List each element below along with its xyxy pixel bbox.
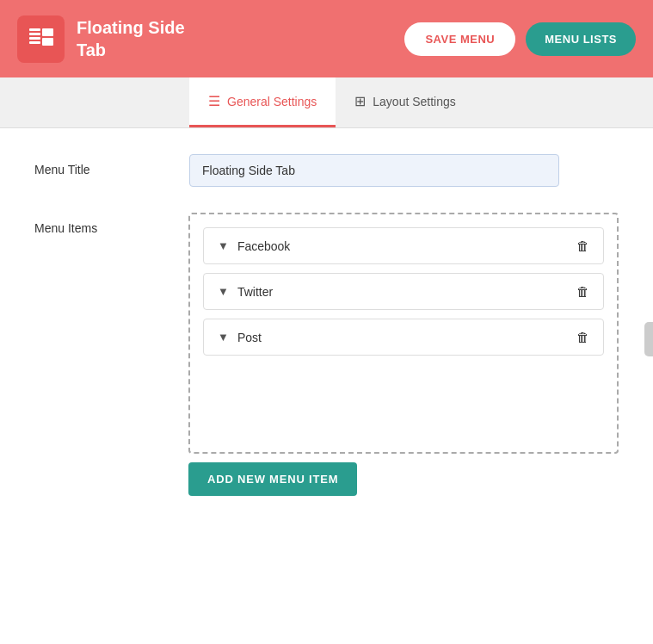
menu-title-input[interactable]	[189, 154, 559, 187]
app-logo	[17, 15, 65, 63]
svg-rect-5	[42, 38, 53, 46]
menu-items-box: ▼ Facebook 🗑 ▼ Twitter 🗑 ▼ Post	[188, 213, 619, 454]
svg-rect-4	[42, 28, 53, 36]
menu-title-row: Menu Title	[34, 154, 619, 187]
menu-lists-button[interactable]: MENU LISTS	[526, 22, 636, 56]
delete-twitter-icon[interactable]: 🗑	[576, 284, 589, 299]
menu-item-row[interactable]: ▼ Facebook 🗑	[203, 227, 604, 264]
svg-rect-1	[29, 33, 40, 35]
menu-item-left-twitter: ▼ Twitter	[218, 285, 273, 299]
general-settings-icon: ☰	[208, 93, 220, 109]
add-new-menu-item-button[interactable]: ADD NEW MENU ITEM	[188, 462, 357, 496]
header: Floating Side Tab SAVE MENU MENU LISTS	[0, 0, 653, 77]
svg-rect-0	[29, 28, 40, 31]
bottom-save-area: SAVE MENU	[0, 628, 653, 644]
menu-item-row[interactable]: ▼ Twitter 🗑	[203, 273, 604, 310]
svg-rect-2	[29, 37, 40, 40]
menu-items-label: Menu Items	[34, 213, 188, 235]
header-left: Floating Side Tab	[17, 15, 185, 63]
menu-item-left-facebook: ▼ Facebook	[218, 239, 290, 253]
header-buttons: SAVE MENU MENU LISTS	[404, 22, 636, 56]
delete-post-icon[interactable]: 🗑	[576, 330, 589, 344]
chevron-down-icon: ▼	[218, 285, 229, 298]
svg-rect-3	[29, 41, 40, 44]
menu-items-control: ▼ Facebook 🗑 ▼ Twitter 🗑 ▼ Post	[188, 213, 619, 496]
menu-title-control	[189, 154, 619, 187]
menu-item-name-post: Post	[237, 331, 262, 344]
menu-items-row: Menu Items ▼ Facebook 🗑 ▼ Twitter 🗑	[34, 213, 619, 496]
menu-item-left-post: ▼ Post	[218, 331, 262, 344]
menu-title-label: Menu Title	[34, 154, 189, 176]
tab-layout-settings-label: Layout Settings	[373, 95, 456, 108]
tab-layout-settings[interactable]: ⊞ Layout Settings	[336, 77, 475, 127]
menu-item-name-twitter: Twitter	[237, 285, 273, 299]
layout-settings-icon: ⊞	[354, 93, 366, 109]
tab-general-settings[interactable]: ☰ General Settings	[189, 77, 336, 127]
tab-general-settings-label: General Settings	[227, 95, 317, 108]
menu-item-row[interactable]: ▼ Post 🗑	[203, 319, 604, 356]
app-title: Floating Side Tab	[77, 16, 185, 61]
delete-facebook-icon[interactable]: 🗑	[576, 238, 589, 253]
scrollbar-indicator[interactable]	[644, 322, 653, 356]
menu-item-name-facebook: Facebook	[237, 239, 290, 253]
chevron-down-icon: ▼	[218, 331, 229, 344]
main-content: Menu Title Menu Items ▼ Facebook 🗑 ▼	[0, 128, 653, 628]
chevron-down-icon: ▼	[218, 239, 229, 252]
save-menu-header-button[interactable]: SAVE MENU	[404, 22, 515, 56]
tabs-bar: ☰ General Settings ⊞ Layout Settings	[0, 77, 653, 128]
